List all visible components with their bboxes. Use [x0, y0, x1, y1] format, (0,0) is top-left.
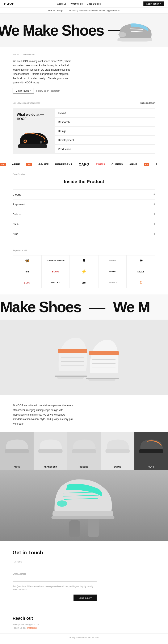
product-label-clts: CLTS — [148, 466, 154, 468]
contact-title: Get in Touch — [13, 550, 155, 556]
hero2-section: Make Shoes We M — [0, 294, 168, 320]
teal-shoe-illustration — [42, 474, 126, 537]
product-card-represent[interactable]: REPRESENT — [34, 432, 67, 470]
exp-bulleit: Bulleit — [41, 266, 70, 277]
instagram-link[interactable]: Follow us on Instagram — [36, 90, 60, 92]
exp-mallet: MALLET — [41, 277, 70, 288]
service-item-design[interactable]: Design + — [55, 126, 155, 136]
product-label-represent: REPRESENT — [44, 466, 57, 468]
services-label: Our Services and Capabilities — [13, 102, 40, 104]
expand-icon: + — [153, 192, 155, 196]
experience-grid: 🦋 ADRESSE HOMME B SURVEY ✈ Folk Bulleit … — [13, 255, 155, 288]
make-inquiry-link[interactable]: Make an Inquiry — [140, 102, 155, 104]
product-grid: ARNE REPRESENT CLEENS SWIMS CLTS — [0, 432, 168, 470]
reach-out-section: Reach out hello@hoof-designs.co.uk Follo… — [0, 608, 168, 633]
instagram-link[interactable]: Instagram — [27, 626, 37, 629]
breadcrumb: HOOF — Who we are — [13, 54, 155, 56]
ticker-cleens: CLEENS — [111, 163, 123, 166]
accordion-item-clints[interactable]: Clints + — [13, 219, 155, 229]
nav-link-what[interactable]: What we do — [71, 2, 83, 5]
chevron-down-icon: ▾ — [30, 90, 31, 92]
svg-rect-24 — [5, 449, 29, 453]
product-card-cleens[interactable]: CLEENS — [67, 432, 101, 470]
ticker-ss-3: SS — [144, 163, 149, 166]
footer: All Rights Reserved HOOF 2024 — [0, 633, 168, 642]
svg-rect-12 — [58, 349, 87, 353]
svg-rect-30 — [88, 516, 99, 537]
footer-text: All Rights Reserved HOOF 2024 — [69, 636, 99, 639]
case-studies-label: Case Studies — [13, 173, 155, 176]
svg-rect-6 — [18, 144, 47, 148]
exp-juli: Juli — [70, 277, 98, 288]
contact-form: Full Name Email Address Got Questions ? … — [13, 560, 97, 591]
expand-icon: + — [150, 120, 152, 124]
nav-link-case[interactable]: Case Studies — [87, 2, 101, 5]
email-input[interactable] — [13, 576, 97, 582]
full-name-input[interactable] — [13, 564, 97, 570]
service-item-production[interactable]: Production + — [55, 144, 155, 154]
accordion-item-cleens[interactable]: Cleens + — [13, 190, 155, 200]
service-item-research[interactable]: Research + — [55, 118, 155, 126]
reach-out-title: Reach out — [13, 616, 155, 621]
svg-rect-27 — [105, 449, 130, 453]
services-section: Our Services and Capabilities Make an In… — [0, 98, 168, 160]
exp-luca: Luca — [13, 277, 41, 288]
nav-cta-button[interactable]: Get in Touch ▾ — [143, 2, 164, 6]
product-card-arne[interactable]: ARNE — [0, 432, 34, 470]
product-label-cleens: CLEENS — [80, 466, 89, 468]
tagline-text: Producing footwear for some of the uks b… — [69, 10, 120, 12]
svg-rect-29 — [69, 520, 80, 537]
boot-hero-section — [0, 320, 168, 395]
experience-section: Experience with 🦋 ADRESSE HOMME B SURVEY… — [0, 245, 168, 294]
accordion-item-represent[interactable]: Represent + — [13, 200, 155, 209]
ticker-swims: SWIMS — [96, 163, 105, 166]
case-studies-section: Case Studies Inside the Product Cleens +… — [0, 169, 168, 245]
navigation: HOOF About us What we do Case Studies Ge… — [0, 0, 168, 8]
email-label: Email Address — [13, 573, 97, 575]
svg-point-31 — [57, 500, 67, 507]
svg-point-5 — [118, 32, 126, 37]
ticker-inner: SS ARNE SS BELIER REPRESENT CAPO SWIMS C… — [0, 162, 168, 166]
svg-rect-18 — [87, 373, 117, 378]
expand-icon: + — [150, 129, 152, 133]
clts-shoe-preview — [138, 438, 165, 454]
svg-rect-28 — [139, 449, 163, 453]
svg-rect-33 — [51, 516, 114, 519]
exp-adresse: ADRESSE HOMME — [41, 255, 70, 266]
submit-button[interactable]: Send Inquiry — [74, 594, 97, 601]
exp-c-logo: ℂ — [127, 277, 155, 288]
experience-label: Experience with — [13, 250, 155, 252]
product-card-clts[interactable]: CLTS — [134, 432, 168, 470]
vision-text: At HOOF we believe in our vision to pion… — [13, 404, 76, 426]
hero2-headline: Make Shoes We M — [0, 298, 150, 316]
service-item-development[interactable]: Development + — [55, 136, 155, 144]
expand-icon: + — [153, 202, 155, 206]
teal-shoe-section — [0, 470, 168, 541]
nav-logo: HOOF — [4, 2, 14, 6]
svg-rect-1 — [118, 38, 152, 41]
exp-next: NEXT — [127, 266, 155, 277]
service-item-kickoff[interactable]: Kickoff + — [55, 108, 155, 118]
expand-icon: + — [150, 147, 152, 151]
case-studies-title: Inside the Product — [13, 179, 155, 184]
hero2-line — [89, 308, 105, 309]
nav-link-about[interactable]: About us — [57, 2, 66, 5]
get-in-touch-button[interactable]: Get in Touch ▾ — [13, 88, 34, 94]
exp-athletic: Athletic — [98, 266, 127, 277]
services-list: Kickoff + Research + Design + Developmen… — [55, 108, 155, 154]
services-card-title: What we do at — HOOF — [17, 112, 50, 121]
ticker-capo: CAPO — [79, 162, 89, 166]
exp-butterfly: 🦋 — [13, 255, 41, 266]
expand-icon: + — [153, 222, 155, 226]
expand-icon: + — [150, 138, 152, 142]
reach-out-social: Follow us on Instagram — [13, 626, 155, 629]
full-name-label: Full Name — [13, 560, 97, 563]
ticker-belier-2: B — [156, 163, 158, 166]
services-grid: What we do at — HOOF Kickoff + Research — [13, 108, 155, 154]
product-card-swims[interactable]: SWIMS — [101, 432, 134, 470]
nav-links: About us What we do Case Studies — [57, 2, 101, 5]
hero-shoe-image — [113, 18, 155, 47]
accordion-item-swims[interactable]: Swims + — [13, 209, 155, 219]
accordion-item-arne[interactable]: Arne + — [13, 229, 155, 239]
chevron-down-icon: ▾ — [160, 3, 161, 5]
